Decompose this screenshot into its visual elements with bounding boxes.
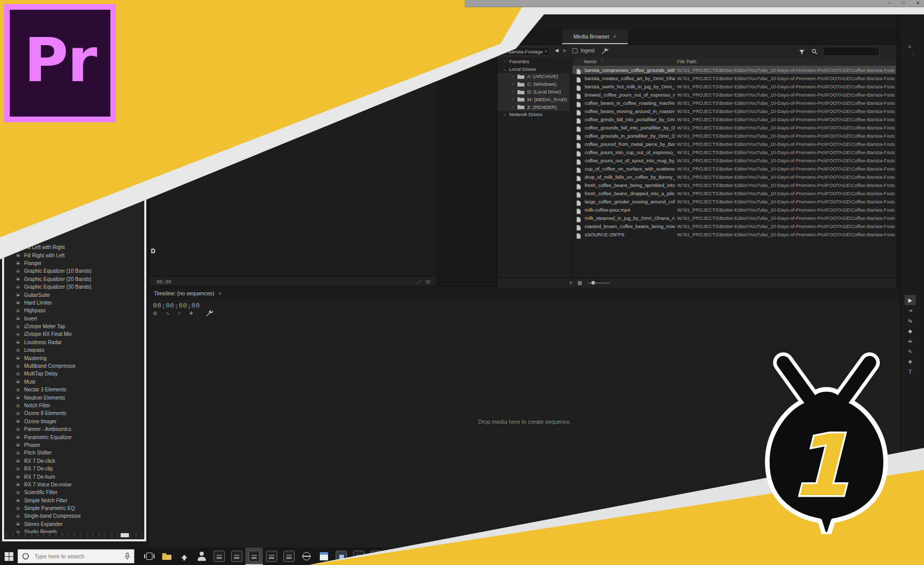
insert-overwrite-icon[interactable]: ⊞	[153, 311, 157, 316]
premiere-pro-taskbar-icon[interactable]	[245, 548, 263, 565]
effect-item[interactable]: Phaser	[5, 441, 143, 449]
app-icon-4[interactable]	[280, 548, 298, 565]
thumbnail-size-slider[interactable]	[587, 282, 610, 284]
start-button[interactable]	[0, 548, 17, 565]
effect-item[interactable]: Parametric Equalizer	[5, 433, 143, 441]
chevron-down-icon[interactable]: ⌄	[503, 67, 507, 71]
arrow-up-icon[interactable]	[176, 548, 193, 565]
chevron-right-icon[interactable]: ›	[511, 97, 515, 102]
ingest-checkbox[interactable]	[572, 48, 578, 53]
add-marker-icon[interactable]: ✚	[189, 311, 194, 316]
task-view-icon[interactable]	[141, 548, 158, 565]
hand-tool[interactable]: ❖	[904, 356, 916, 367]
app-icon-5[interactable]	[333, 548, 350, 565]
effect-item[interactable]: Fill Right with Left	[5, 251, 143, 259]
type-tool[interactable]: T	[904, 367, 916, 377]
effect-item[interactable]: Single-band Compressor	[5, 512, 143, 520]
effect-item[interactable]: Graphic Equalizer (30 Bands)	[5, 283, 143, 291]
effect-item[interactable]: Mute	[5, 378, 143, 386]
effect-item[interactable]: Graphic Equalizer (10 Bands)	[5, 267, 143, 275]
roasted_brown_coffee_beans_being_mixed_togeth[interactable]: roasted_brown_coffee_beans_being_mixed_t…	[572, 222, 896, 230]
timeline-settings-wrench-icon[interactable]	[205, 309, 213, 319]
pen-tool[interactable]: ✎	[904, 346, 916, 356]
chevron-right-icon[interactable]: ›	[511, 89, 515, 94]
fit-zoom-icon[interactable]: ⤢	[417, 279, 420, 285]
chevron-right-icon[interactable]: ›	[503, 59, 507, 64]
ripple-edit-tool[interactable]: ⇆	[904, 315, 916, 326]
coffee_grounds_in_portafilter_by_Omri_Ohana_Art[interactable]: coffee_grounds_in_portafilter_by_Omri_Oh…	[572, 131, 896, 140]
effect-item[interactable]: iZotope Meter Tap	[5, 323, 143, 330]
effect-item[interactable]: Ozone 8 Elements	[5, 409, 143, 417]
coffee_grinds_fall_into_portafilter_by_Omri_Ohana[interactable]: coffee_grinds_fall_into_portafilter_by_O…	[572, 115, 896, 123]
effect-item[interactable]: Ozone Imager	[5, 418, 143, 425]
dock-chevron-icon[interactable]: »	[908, 43, 911, 49]
taskbar-search[interactable]	[17, 549, 134, 563]
fresh_coffee_beans_being_sprinkled_into_a_pile_b[interactable]: fresh_coffee_beans_being_sprinkled_into_…	[572, 181, 896, 189]
list-view-icon[interactable]: ≡	[569, 280, 572, 286]
tree-item-local-drives[interactable]: ⌄ Local Drives	[497, 65, 572, 73]
app-icon-3[interactable]	[263, 548, 280, 565]
effect-item[interactable]: Flanger	[5, 259, 143, 267]
people-icon[interactable]	[193, 548, 210, 565]
effect-item[interactable]: iZotope RX Final Mix	[5, 330, 143, 338]
search-icon[interactable]	[812, 48, 818, 57]
minimize-button[interactable]: –	[888, 1, 891, 6]
filter-icon[interactable]	[799, 48, 805, 58]
ingest-settings-wrench-icon[interactable]	[601, 47, 608, 56]
milk_steamed_in_jug_by_Omri_Ohana_Artgrid-HD[interactable]: milk_steamed_in_jug_by_Omri_Ohana_Artgri…	[572, 214, 896, 222]
effect-item[interactable]: Notch Filter	[5, 402, 143, 409]
media-browser-tab[interactable]: Media Browser ✕	[562, 30, 628, 44]
tree-item-network-drives[interactable]: ⌄ Network Drives	[497, 111, 572, 119]
microphone-icon[interactable]	[125, 553, 130, 560]
monitor-settings-icon[interactable]: ▤	[426, 279, 430, 285]
coffee_beans_in_coffee_roasting_machine_by_The[interactable]: coffee_beans_in_coffee_roasting_machine_…	[572, 99, 896, 107]
effect-item[interactable]: Graphic Equalizer (20 Bands)	[5, 275, 143, 283]
back-icon[interactable]: ◀	[555, 48, 559, 53]
coffee_pours_out_of_spout_into_mug_by_Omri_Oh[interactable]: coffee_pours_out_of_spout_into_mug_by_Om…	[572, 156, 896, 164]
timeline-tab[interactable]: Timeline: (no sequences) ✕	[154, 290, 222, 296]
tree-item-drive[interactable]: › M: (MEDIA_RAID)	[497, 96, 569, 103]
effect-item[interactable]: Lowpass	[5, 346, 143, 354]
app-icon-7[interactable]	[368, 548, 385, 565]
close-icon[interactable]: ✕	[613, 34, 617, 39]
browser-icon[interactable]	[298, 548, 315, 565]
track-select-forward-tool[interactable]: ⇥	[904, 305, 916, 315]
close-button[interactable]: ✕	[916, 1, 920, 6]
milk-coffee-pour.mp4[interactable]: milk-coffee-pour.mp4 W:\01_PROJECTS\Bett…	[572, 205, 896, 214]
search-input[interactable]	[33, 553, 121, 560]
slip-tool[interactable]: ⇹	[904, 336, 916, 346]
chevron-down-icon[interactable]: ⌄	[503, 112, 507, 117]
tree-item-favorites[interactable]: › Favorites	[497, 58, 572, 65]
xSOURCE-25FPS[interactable]: xSOURCE-25FPS W:\01_PROJECTS\Better-Edit…	[572, 230, 896, 238]
effect-item[interactable]: RX 7 De-click	[5, 457, 143, 465]
large_coffee_grinder_moving_around_coffee_beans[interactable]: large_coffee_grinder_moving_around_coffe…	[572, 197, 896, 205]
column-file-path[interactable]: File Path	[677, 59, 697, 64]
effect-item[interactable]: GuitarSuite	[5, 291, 143, 298]
tree-item-drive[interactable]: › Z: (RENDER)	[497, 103, 569, 111]
effect-item[interactable]: Invert	[5, 315, 143, 323]
barista_swirls_hot_milk_in_jug_by_Omri_Ohana_[interactable]: barista_swirls_hot_milk_in_jug_by_Omri_O…	[572, 82, 896, 90]
effect-item[interactable]: Neutron Elements	[5, 393, 143, 401]
column-name[interactable]: Name	[584, 59, 596, 64]
brewed_coffee_pours_out_of_espresso_machine_b[interactable]: brewed_coffee_pours_out_of_espresso_mach…	[572, 90, 896, 99]
tree-item-drive[interactable]: › D: (Local Drive)	[497, 88, 569, 96]
effect-item[interactable]: Scientific Filter	[5, 488, 143, 496]
slider-knob[interactable]	[591, 281, 595, 285]
barista_creates_coffee_art_by_Omri_Ohana_Artgri[interactable]: barista_creates_coffee_art_by_Omri_Ohana…	[572, 74, 896, 82]
file-explorer-icon[interactable]	[158, 548, 176, 565]
effect-item[interactable]: Simple Notch Filter	[5, 497, 143, 504]
effect-item[interactable]: Panner - Ambisonics	[5, 425, 143, 433]
effects-scrollbar[interactable]	[5, 533, 143, 537]
effect-item[interactable]: Stereo Expander	[5, 520, 143, 528]
coffee_pours_into_cup_out_of_espresso_spout_by_[interactable]: coffee_pours_into_cup_out_of_espresso_sp…	[572, 148, 896, 156]
effect-item[interactable]: Pitch Shifter	[5, 449, 143, 457]
effect-item[interactable]: RX 7 De-hum	[5, 473, 143, 480]
tree-item-drive[interactable]: › A: (ARCHIVE)	[497, 73, 569, 81]
chevron-right-icon[interactable]: ›	[511, 82, 515, 86]
effect-item[interactable]: Mastering	[5, 354, 143, 362]
scrollbar-thumb[interactable]	[121, 533, 129, 537]
effect-item[interactable]: Hard Limiter	[5, 299, 143, 307]
coffee_grounds_fall_into_portafilter_by_Omri_Oha[interactable]: coffee_grounds_fall_into_portafilter_by_…	[572, 123, 896, 131]
chevron-right-icon[interactable]: ›	[511, 105, 515, 109]
marker-icon[interactable]: ▿	[178, 311, 181, 316]
